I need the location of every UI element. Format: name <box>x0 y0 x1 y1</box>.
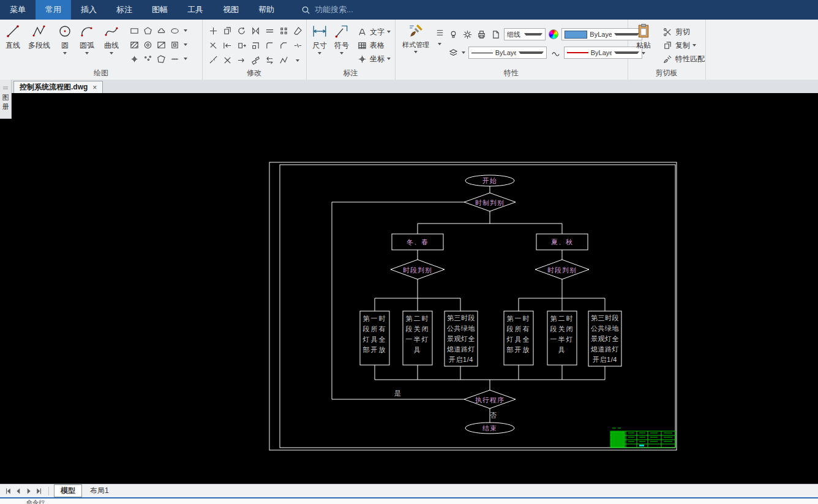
point-icon[interactable] <box>129 53 140 64</box>
scale-icon[interactable] <box>250 40 261 51</box>
spline-dropdown-arrow[interactable] <box>110 52 113 55</box>
draw-row2-dropdown-arrow[interactable] <box>184 43 187 46</box>
offset-icon[interactable] <box>264 26 275 37</box>
drawing-canvas[interactable]: 开始 时制判别 冬、春 夏、秋 时段判别 时段判别 第一时段所有灯具全部开放 第… <box>0 93 818 484</box>
dimension-dropdown-arrow[interactable] <box>318 52 321 55</box>
next-tab-nav-icon[interactable] <box>24 487 33 495</box>
multiple-points-icon[interactable] <box>143 53 154 64</box>
arc-icon <box>79 23 95 39</box>
rotate-icon[interactable] <box>236 26 247 37</box>
layer-list-icon[interactable] <box>434 27 445 38</box>
tab-annotate[interactable]: 标注 <box>107 0 142 20</box>
paste-dropdown-arrow[interactable] <box>642 52 645 55</box>
command-line-bar[interactable]: 命令行 <box>0 497 818 504</box>
join-icon[interactable] <box>208 55 219 66</box>
linetype-row: ByLayer ByLayer <box>448 47 642 59</box>
layout1-tab[interactable]: 布局1 <box>84 485 115 497</box>
match-properties-button[interactable]: 特性匹配 <box>662 53 705 65</box>
color-wheel-icon[interactable] <box>549 29 558 39</box>
arc-button[interactable]: 圆弧 <box>76 23 98 55</box>
circle-button[interactable]: 圆 <box>56 23 73 55</box>
linetype-tools-dropdown-arrow[interactable] <box>462 51 465 54</box>
text-button[interactable]: 文字 <box>356 26 391 38</box>
mirror-icon[interactable] <box>250 26 261 37</box>
coordinate-button[interactable]: 坐标 <box>356 53 391 65</box>
donut-icon[interactable] <box>143 39 154 50</box>
table-label: 表格 <box>370 40 385 51</box>
explode-icon[interactable] <box>222 55 233 66</box>
layer-thaw-sun-icon[interactable] <box>462 29 473 40</box>
linetype-combo-dropdown-arrow <box>519 51 544 54</box>
linetype-combo[interactable]: ByLayer <box>468 47 547 59</box>
lineweight-display-combo[interactable]: 细线 <box>504 28 546 40</box>
layer-lock-sheet-icon[interactable] <box>490 29 501 40</box>
layer-properties-icon[interactable] <box>448 47 459 58</box>
revision-cloud-icon[interactable] <box>156 25 167 36</box>
sheet-set-panel-strip[interactable]: 图 册 <box>0 80 12 119</box>
edit-polyline-icon[interactable] <box>278 55 289 66</box>
draw-row3-dropdown-arrow[interactable] <box>184 58 187 60</box>
lineweight-wave-icon[interactable] <box>550 47 561 58</box>
line-button[interactable]: 直线 <box>2 23 23 51</box>
stretch-icon[interactable] <box>236 40 247 51</box>
previous-tab-nav-icon[interactable] <box>14 487 23 495</box>
draw-row1-dropdown-arrow[interactable] <box>184 29 187 32</box>
command-line-label: 命令行 <box>26 498 45 504</box>
rectangle-icon[interactable] <box>129 25 140 36</box>
last-tab-nav-icon[interactable] <box>35 487 43 495</box>
dimension-button[interactable]: 尺寸 <box>310 23 329 55</box>
move-icon[interactable] <box>208 26 219 37</box>
document-tab-active[interactable]: 控制系统流程图.dwg × <box>13 81 103 93</box>
reverse-icon[interactable] <box>264 55 275 66</box>
polygon-icon[interactable] <box>143 25 154 36</box>
flowchart-drawing <box>0 93 818 484</box>
lengthen-icon[interactable] <box>236 55 247 66</box>
coordinate-dropdown-arrow[interactable] <box>387 58 391 60</box>
tab-view[interactable]: 视图 <box>213 0 249 20</box>
region-icon[interactable] <box>156 39 167 50</box>
arc-dropdown-arrow[interactable] <box>85 52 89 55</box>
tab-sheet[interactable]: 图幅 <box>142 0 178 20</box>
layer-plot-printer-icon[interactable] <box>476 29 487 40</box>
style-manager-dropdown-arrow[interactable] <box>414 51 418 53</box>
branch-left-label: 冬、春 <box>392 238 443 246</box>
align-icon[interactable] <box>250 55 261 66</box>
layer-tools-dropdown-arrow[interactable] <box>438 43 441 45</box>
first-tab-nav-icon[interactable] <box>4 487 12 495</box>
style-manager-button[interactable]: 样式管理 <box>400 23 432 53</box>
tab-insert[interactable]: 插入 <box>71 0 107 20</box>
tab-tools[interactable]: 工具 <box>178 0 213 20</box>
paste-button[interactable]: 粘贴 <box>631 23 656 55</box>
boundary-icon[interactable] <box>170 39 181 50</box>
break-icon[interactable] <box>292 40 303 51</box>
model-tab[interactable]: 模型 <box>54 484 82 497</box>
hatch-icon[interactable] <box>129 39 140 50</box>
table-button[interactable]: 表格 <box>356 39 385 51</box>
ellipse-icon[interactable] <box>170 25 181 36</box>
symbol-dropdown-arrow[interactable] <box>340 52 343 55</box>
menu-button[interactable]: 菜单 <box>0 0 36 20</box>
modify-more-dropdown-arrow[interactable] <box>296 59 299 62</box>
layer-on-bulb-icon[interactable] <box>448 29 459 40</box>
copy-button[interactable]: 复制 <box>662 39 696 51</box>
tab-home[interactable]: 常用 <box>36 0 71 20</box>
spline-button[interactable]: 曲线 <box>100 23 122 55</box>
copy-tool-icon[interactable] <box>222 26 233 37</box>
document-tab-close-icon[interactable]: × <box>92 83 97 92</box>
function-search[interactable]: 功能搜索... <box>300 0 353 20</box>
chamfer-icon[interactable] <box>278 40 289 51</box>
symbol-button[interactable]: 符号 <box>332 23 351 55</box>
circle-dropdown-arrow[interactable] <box>63 52 67 55</box>
extend-icon[interactable] <box>222 40 233 51</box>
cut-button[interactable]: 剪切 <box>662 26 690 38</box>
trim-icon[interactable] <box>208 40 219 51</box>
divide-icon[interactable] <box>170 53 181 64</box>
fillet-icon[interactable] <box>264 40 275 51</box>
erase-icon[interactable] <box>292 26 303 37</box>
polyline-button[interactable]: 多段线 <box>24 23 54 51</box>
copy-dropdown-arrow[interactable] <box>692 44 696 47</box>
wipeout-icon[interactable] <box>156 53 167 64</box>
text-dropdown-arrow[interactable] <box>387 31 391 33</box>
array-icon[interactable] <box>278 26 289 37</box>
tab-help[interactable]: 帮助 <box>249 0 284 20</box>
